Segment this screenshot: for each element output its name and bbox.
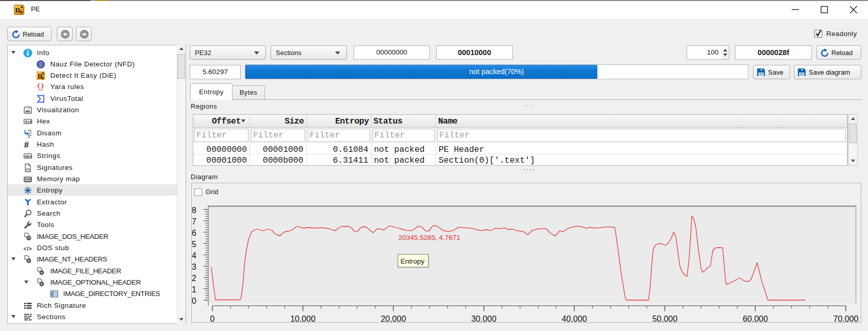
svg-text:20,000: 20,000 — [381, 315, 406, 323]
svg-text:30,000: 30,000 — [471, 315, 496, 323]
svg-text:60,000: 60,000 — [743, 315, 768, 323]
svg-text:0: 0 — [210, 315, 215, 323]
svg-text:1: 1 — [192, 285, 196, 294]
svg-text:20345.5285, 4.7671: 20345.5285, 4.7671 — [398, 234, 460, 241]
svg-text:5: 5 — [192, 240, 196, 249]
svg-text:</>: </> — [23, 246, 32, 252]
svg-text:4: 4 — [192, 251, 196, 260]
svg-text:e: e — [20, 9, 23, 14]
svg-text:#: # — [24, 140, 29, 149]
svg-text:abc: abc — [25, 154, 32, 159]
svg-text:40,000: 40,000 — [562, 315, 587, 323]
svg-text:e: e — [41, 75, 44, 80]
svg-text:0: 0 — [192, 297, 196, 305]
svg-text:2: 2 — [192, 274, 196, 283]
svg-text:50,000: 50,000 — [652, 315, 677, 323]
svg-text:70,000: 70,000 — [833, 315, 859, 323]
svg-text:0101: 0101 — [25, 120, 32, 124]
svg-text:7: 7 — [192, 217, 196, 226]
svg-text:3: 3 — [192, 263, 196, 271]
svg-text:01: 01 — [26, 168, 30, 171]
svg-text:6: 6 — [192, 229, 196, 237]
svg-text:10,000: 10,000 — [290, 315, 315, 323]
svg-text:D: D — [15, 6, 20, 14]
svg-text:Entropy: Entropy — [400, 257, 425, 265]
svg-text:8: 8 — [192, 206, 196, 215]
